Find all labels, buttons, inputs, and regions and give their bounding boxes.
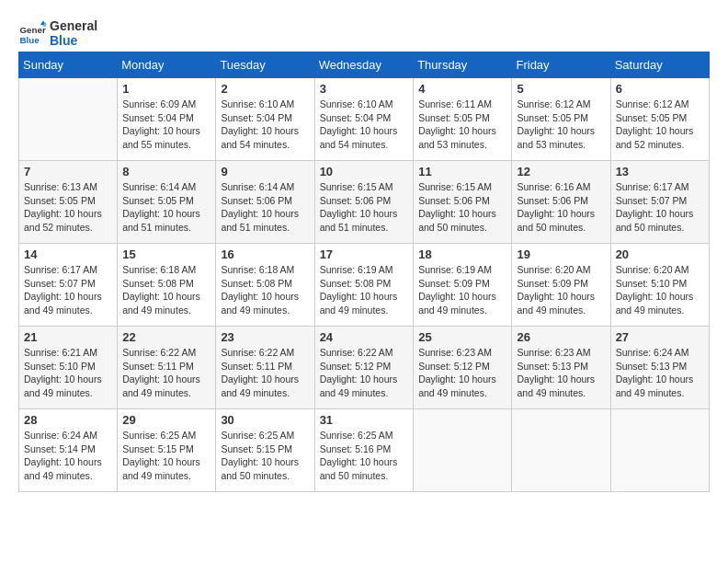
calendar-cell: 27Sunrise: 6:24 AMSunset: 5:13 PMDayligh… (610, 327, 709, 409)
day-info: Sunrise: 6:10 AMSunset: 5:04 PMDaylight:… (221, 98, 309, 152)
day-info: Sunrise: 6:17 AMSunset: 5:07 PMDaylight:… (24, 263, 112, 317)
day-number: 13 (616, 165, 704, 178)
day-number: 11 (418, 165, 506, 178)
calendar-week-row: 28Sunrise: 6:24 AMSunset: 5:14 PMDayligh… (19, 409, 710, 492)
calendar-cell: 17Sunrise: 6:19 AMSunset: 5:08 PMDayligh… (314, 244, 414, 327)
day-number: 25 (418, 330, 506, 344)
day-info: Sunrise: 6:20 AMSunset: 5:09 PMDaylight:… (517, 263, 605, 317)
calendar-cell: 12Sunrise: 6:16 AMSunset: 5:06 PMDayligh… (512, 161, 610, 244)
day-number: 6 (616, 82, 704, 96)
calendar-cell: 14Sunrise: 6:17 AMSunset: 5:07 PMDayligh… (19, 244, 118, 327)
calendar-cell: 16Sunrise: 6:18 AMSunset: 5:08 PMDayligh… (216, 244, 314, 327)
header-thursday: Thursday (414, 52, 512, 78)
day-info: Sunrise: 6:19 AMSunset: 5:08 PMDaylight:… (320, 263, 409, 317)
day-number: 20 (616, 247, 704, 261)
header-wednesday: Wednesday (314, 52, 414, 78)
day-info: Sunrise: 6:18 AMSunset: 5:08 PMDaylight:… (122, 263, 210, 317)
day-info: Sunrise: 6:19 AMSunset: 5:09 PMDaylight:… (418, 263, 506, 317)
calendar-cell: 21Sunrise: 6:21 AMSunset: 5:10 PMDayligh… (19, 327, 118, 409)
header-tuesday: Tuesday (216, 52, 314, 78)
calendar-week-row: 14Sunrise: 6:17 AMSunset: 5:07 PMDayligh… (19, 244, 710, 327)
day-number: 24 (320, 330, 409, 344)
day-info: Sunrise: 6:12 AMSunset: 5:05 PMDaylight:… (517, 98, 605, 152)
calendar-cell: 7Sunrise: 6:13 AMSunset: 5:05 PMDaylight… (19, 161, 118, 244)
calendar-cell: 24Sunrise: 6:22 AMSunset: 5:12 PMDayligh… (314, 327, 414, 409)
calendar-cell (19, 78, 118, 161)
day-number: 27 (616, 330, 704, 344)
day-info: Sunrise: 6:15 AMSunset: 5:06 PMDaylight:… (418, 180, 506, 235)
day-number: 29 (122, 413, 210, 427)
day-number: 1 (122, 82, 210, 96)
calendar-cell: 19Sunrise: 6:20 AMSunset: 5:09 PMDayligh… (512, 244, 610, 327)
calendar-cell: 4Sunrise: 6:11 AMSunset: 5:05 PMDaylight… (414, 78, 512, 161)
logo-general: General (50, 18, 97, 33)
day-info: Sunrise: 6:24 AMSunset: 5:13 PMDaylight:… (616, 346, 704, 400)
calendar-cell: 29Sunrise: 6:25 AMSunset: 5:15 PMDayligh… (118, 409, 216, 492)
day-number: 26 (517, 330, 605, 344)
day-number: 18 (418, 247, 506, 261)
calendar-cell: 11Sunrise: 6:15 AMSunset: 5:06 PMDayligh… (414, 161, 512, 244)
day-info: Sunrise: 6:24 AMSunset: 5:14 PMDaylight:… (24, 429, 112, 483)
day-info: Sunrise: 6:18 AMSunset: 5:08 PMDaylight:… (221, 263, 309, 317)
day-info: Sunrise: 6:15 AMSunset: 5:06 PMDaylight:… (320, 180, 409, 235)
day-number: 21 (24, 330, 112, 344)
svg-text:Blue: Blue (20, 35, 40, 45)
calendar-cell: 6Sunrise: 6:12 AMSunset: 5:05 PMDaylight… (610, 78, 709, 161)
day-info: Sunrise: 6:23 AMSunset: 5:13 PMDaylight:… (517, 346, 605, 400)
calendar-cell: 18Sunrise: 6:19 AMSunset: 5:09 PMDayligh… (414, 244, 512, 327)
calendar-cell (512, 409, 610, 492)
day-number: 23 (221, 330, 309, 344)
day-info: Sunrise: 6:09 AMSunset: 5:04 PMDaylight:… (122, 98, 210, 152)
calendar-cell: 22Sunrise: 6:22 AMSunset: 5:11 PMDayligh… (118, 327, 216, 409)
header-friday: Friday (512, 52, 610, 78)
day-info: Sunrise: 6:13 AMSunset: 5:05 PMDaylight:… (24, 180, 112, 235)
calendar-cell: 25Sunrise: 6:23 AMSunset: 5:12 PMDayligh… (414, 327, 512, 409)
day-number: 28 (24, 413, 112, 427)
day-number: 14 (24, 247, 112, 261)
day-info: Sunrise: 6:25 AMSunset: 5:15 PMDaylight:… (221, 429, 309, 483)
calendar-cell: 30Sunrise: 6:25 AMSunset: 5:15 PMDayligh… (216, 409, 314, 492)
calendar-cell: 1Sunrise: 6:09 AMSunset: 5:04 PMDaylight… (118, 78, 216, 161)
calendar-cell: 8Sunrise: 6:14 AMSunset: 5:05 PMDaylight… (118, 161, 216, 244)
day-number: 7 (24, 165, 112, 178)
day-number: 31 (320, 413, 409, 427)
day-number: 10 (320, 165, 409, 178)
day-info: Sunrise: 6:22 AMSunset: 5:12 PMDaylight:… (320, 346, 409, 400)
day-info: Sunrise: 6:23 AMSunset: 5:12 PMDaylight:… (418, 346, 506, 400)
day-number: 15 (122, 247, 210, 261)
day-number: 4 (418, 82, 506, 96)
calendar-cell: 13Sunrise: 6:17 AMSunset: 5:07 PMDayligh… (610, 161, 709, 244)
calendar-cell: 26Sunrise: 6:23 AMSunset: 5:13 PMDayligh… (512, 327, 610, 409)
calendar-cell: 10Sunrise: 6:15 AMSunset: 5:06 PMDayligh… (314, 161, 414, 244)
logo-icon: General Blue (18, 19, 46, 47)
day-number: 19 (517, 247, 605, 261)
calendar-cell: 20Sunrise: 6:20 AMSunset: 5:10 PMDayligh… (610, 244, 709, 327)
day-info: Sunrise: 6:22 AMSunset: 5:11 PMDaylight:… (122, 346, 210, 400)
day-number: 8 (122, 165, 210, 178)
day-info: Sunrise: 6:25 AMSunset: 5:15 PMDaylight:… (122, 429, 210, 483)
day-number: 12 (517, 165, 605, 178)
day-number: 22 (122, 330, 210, 344)
day-info: Sunrise: 6:25 AMSunset: 5:16 PMDaylight:… (320, 429, 409, 483)
calendar-cell (610, 409, 709, 492)
calendar-week-row: 7Sunrise: 6:13 AMSunset: 5:05 PMDaylight… (19, 161, 710, 244)
calendar-cell: 23Sunrise: 6:22 AMSunset: 5:11 PMDayligh… (216, 327, 314, 409)
calendar-cell: 28Sunrise: 6:24 AMSunset: 5:14 PMDayligh… (19, 409, 118, 492)
calendar-cell: 15Sunrise: 6:18 AMSunset: 5:08 PMDayligh… (118, 244, 216, 327)
day-info: Sunrise: 6:11 AMSunset: 5:05 PMDaylight:… (418, 98, 506, 152)
logo: General Blue General Blue (18, 18, 97, 48)
day-info: Sunrise: 6:17 AMSunset: 5:07 PMDaylight:… (616, 180, 704, 235)
calendar-cell: 31Sunrise: 6:25 AMSunset: 5:16 PMDayligh… (314, 409, 414, 492)
header-saturday: Saturday (610, 52, 709, 78)
day-info: Sunrise: 6:10 AMSunset: 5:04 PMDaylight:… (320, 98, 409, 152)
calendar-week-row: 21Sunrise: 6:21 AMSunset: 5:10 PMDayligh… (19, 327, 710, 409)
calendar-cell: 9Sunrise: 6:14 AMSunset: 5:06 PMDaylight… (216, 161, 314, 244)
day-number: 3 (320, 82, 409, 96)
svg-text:General: General (20, 25, 47, 35)
day-number: 2 (221, 82, 309, 96)
calendar-cell: 3Sunrise: 6:10 AMSunset: 5:04 PMDaylight… (314, 78, 414, 161)
header-monday: Monday (118, 52, 216, 78)
day-number: 5 (517, 82, 605, 96)
page-header: General Blue General Blue (18, 18, 710, 48)
day-number: 30 (221, 413, 309, 427)
